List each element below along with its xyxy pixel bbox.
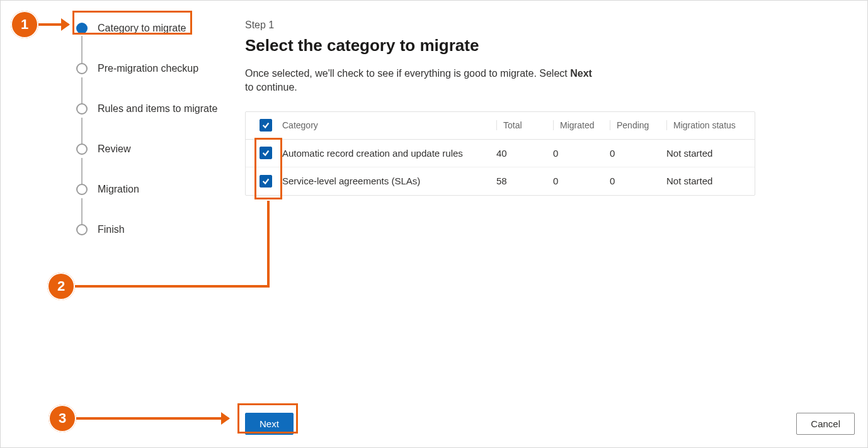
- step-rules-items[interactable]: Rules and items to migrate: [76, 96, 227, 121]
- cell-pending: 0: [610, 148, 666, 159]
- check-icon: [261, 148, 270, 157]
- grid-header-row: Category Total Migrated Pending Migratio…: [246, 112, 755, 140]
- step-migration[interactable]: Migration: [76, 177, 227, 202]
- row-checkbox[interactable]: [260, 147, 272, 159]
- annotation-line-icon: [75, 285, 270, 288]
- wizard-footer: Next Cancel: [245, 413, 855, 435]
- cell-migrated: 0: [553, 148, 610, 159]
- cancel-button[interactable]: Cancel: [796, 413, 855, 435]
- step-label: Review: [98, 143, 130, 155]
- cell-total: 58: [496, 176, 553, 186]
- cell-category: Automatic record creation and update rul…: [280, 148, 496, 159]
- step-dot-icon: [76, 184, 88, 195]
- annotation-badge-1: 1: [11, 11, 38, 38]
- col-header-status[interactable]: Migration status: [666, 120, 748, 130]
- step-dot-icon: [76, 23, 88, 34]
- col-header-category[interactable]: Category: [280, 120, 496, 130]
- cell-pending: 0: [610, 176, 666, 186]
- step-label: Finish: [98, 224, 125, 235]
- annotation-badge-3: 3: [49, 405, 76, 432]
- step-number-label: Step 1: [245, 20, 842, 31]
- cell-total: 40: [496, 148, 553, 159]
- next-button[interactable]: Next: [245, 413, 294, 435]
- annotation-line-icon: [267, 201, 270, 288]
- step-pre-migration-checkup[interactable]: Pre-migration checkup: [76, 56, 227, 81]
- table-row[interactable]: Automatic record creation and update rul…: [246, 140, 755, 167]
- col-header-total[interactable]: Total: [496, 120, 553, 130]
- wizard-stepper: Category to migrate Pre-migration checku…: [76, 16, 227, 242]
- step-label: Rules and items to migrate: [98, 103, 217, 115]
- cell-status: Not started: [666, 148, 748, 159]
- wizard-main-panel: Step 1 Select the category to migrate On…: [245, 20, 842, 196]
- step-dot-icon: [76, 143, 88, 155]
- cell-migrated: 0: [553, 176, 610, 186]
- step-label: Pre-migration checkup: [98, 63, 198, 74]
- table-row[interactable]: Service-level agreements (SLAs) 58 0 0 N…: [246, 167, 755, 195]
- step-finish[interactable]: Finish: [76, 217, 227, 242]
- annotation-arrow-icon: [38, 23, 69, 26]
- row-checkbox[interactable]: [260, 175, 272, 188]
- annotation-badge-2: 2: [47, 272, 75, 300]
- category-grid: Category Total Migrated Pending Migratio…: [245, 111, 755, 196]
- step-label: Migration: [98, 184, 139, 195]
- cell-category: Service-level agreements (SLAs): [280, 176, 496, 186]
- desc-text: to continue.: [245, 82, 297, 92]
- step-category-to-migrate[interactable]: Category to migrate: [76, 16, 227, 41]
- col-header-migrated[interactable]: Migrated: [553, 120, 610, 130]
- step-review[interactable]: Review: [76, 137, 227, 162]
- cell-status: Not started: [666, 176, 748, 186]
- desc-text: Once selected, we'll check to see if eve…: [245, 68, 570, 79]
- select-all-checkbox[interactable]: [260, 119, 272, 132]
- step-dot-icon: [76, 63, 88, 74]
- col-header-pending[interactable]: Pending: [610, 120, 666, 130]
- check-icon: [261, 177, 270, 186]
- annotation-arrow-icon: [76, 417, 229, 420]
- page-title: Select the category to migrate: [245, 36, 842, 55]
- check-icon: [261, 121, 270, 130]
- page-description: Once selected, we'll check to see if eve…: [245, 67, 598, 95]
- desc-bold: Next: [570, 68, 592, 79]
- step-dot-icon: [76, 224, 88, 235]
- step-dot-icon: [76, 103, 88, 115]
- migration-wizard-page: Category to migrate Pre-migration checku…: [0, 0, 868, 448]
- step-label: Category to migrate: [98, 23, 186, 34]
